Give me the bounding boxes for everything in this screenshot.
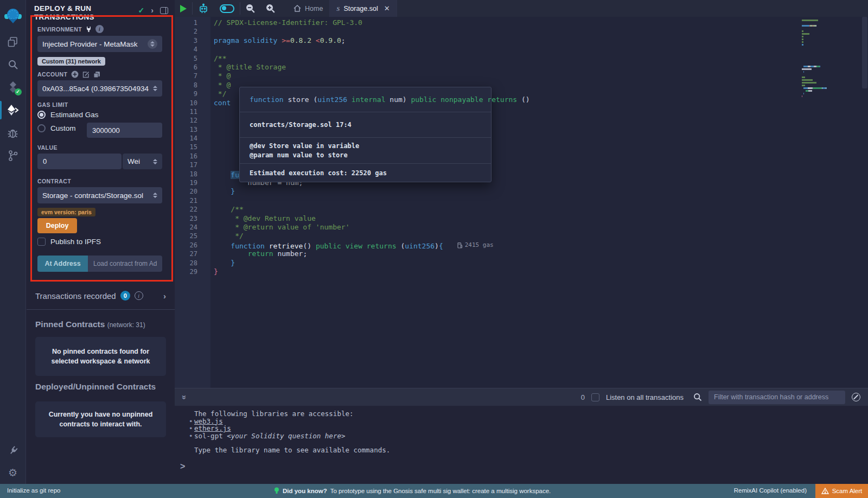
zoom-in-icon (266, 4, 275, 13)
line-number: 12 (175, 116, 209, 125)
git-init-button[interactable]: Initialize as git repo (7, 487, 60, 494)
zoom-in-button[interactable] (260, 0, 280, 17)
terminal-tx-count: 0 (581, 393, 585, 401)
listen-all-label: Listen on all transactions (606, 393, 684, 401)
code-line[interactable]: 27 return number; (175, 250, 868, 258)
remix-logo[interactable] (0, 2, 26, 30)
transactions-recorded-row[interactable]: Transactions recorded 0 i › (35, 291, 166, 301)
tab-storage-sol[interactable]: S Storage.sol ✕ (330, 0, 397, 17)
value-input[interactable] (37, 154, 122, 169)
environment-info-icon[interactable]: i (95, 25, 104, 33)
account-label: ACCOUNT (37, 71, 100, 78)
status-bar: Initialize as git repo Did you know? To … (0, 484, 868, 498)
add-account-icon[interactable] (71, 71, 79, 78)
publish-ipfs-row[interactable]: Publish to IPFS (37, 238, 101, 246)
line-number: 6 (175, 63, 209, 72)
scam-alert-button[interactable]: Scam Alert (815, 484, 868, 498)
code-line[interactable]: 29} (175, 267, 868, 276)
line-number: 11 (175, 107, 209, 116)
code-line[interactable]: 5/** (175, 54, 868, 63)
custom-gas-input[interactable] (87, 123, 162, 138)
code-line[interactable]: 23 * @dev Return value (175, 214, 868, 223)
line-number: 15 (175, 143, 209, 151)
gas-custom-option[interactable]: Custom (37, 124, 76, 132)
editor-scrollbar[interactable] (862, 17, 867, 88)
code-line[interactable]: 7 * @ (175, 72, 868, 80)
at-address-button[interactable]: At Address (37, 256, 88, 272)
plug-icon[interactable] (86, 26, 92, 33)
line-number: 23 (175, 214, 209, 223)
transactions-info-icon[interactable]: i (135, 291, 143, 300)
publish-ipfs-checkbox[interactable] (37, 238, 46, 246)
play-icon (180, 5, 187, 12)
tab-home[interactable]: Home (287, 0, 330, 17)
debugger-icon[interactable] (0, 122, 26, 144)
deploy-and-run-icon[interactable] (0, 99, 26, 122)
terminal-output[interactable]: The following libraries are accessible:•… (175, 406, 868, 454)
solidity-compiler-icon[interactable]: ✓ (0, 76, 26, 99)
code-line[interactable]: 20 } (175, 187, 868, 196)
value-unit-select[interactable]: Wei (123, 154, 162, 169)
close-tab-icon[interactable]: ✕ (384, 4, 390, 12)
gas-estimated-option[interactable]: Estimated Gas (37, 111, 99, 119)
git-icon[interactable] (0, 144, 26, 167)
account-select[interactable]: 0xA03...85ac4 (0.398673504934 (37, 80, 162, 97)
terminal-collapse-icon[interactable]: » (180, 395, 189, 399)
transactions-expand-icon[interactable]: › (163, 291, 166, 301)
editor-minimap[interactable] (802, 20, 860, 98)
ai-copilot-button[interactable] (193, 0, 214, 17)
search-icon[interactable] (0, 53, 26, 76)
terminal-line: The following libraries are accessible: (175, 410, 868, 418)
line-number: 9 (175, 90, 209, 98)
terminal: » 0 Listen on all transactions The follo… (175, 388, 868, 484)
warning-icon (821, 488, 829, 494)
solidity-file-icon: S (336, 5, 340, 12)
toggle-on-icon (220, 4, 234, 13)
run-script-button[interactable] (175, 0, 192, 17)
deploy-run-panel: DEPLOY & RUN TRANSACTIONS ✓ › ENVIRONMEN… (27, 0, 175, 484)
code-line[interactable]: 6 * @title Storage (175, 63, 868, 72)
settings-gear-icon[interactable]: ⚙ (0, 461, 26, 484)
transactions-recorded-label: Transactions recorded (35, 291, 116, 301)
transactions-count-badge: 0 (120, 291, 130, 301)
terminal-prompt[interactable]: > (175, 462, 868, 471)
edit-account-icon[interactable] (82, 71, 90, 78)
plugin-manager-icon[interactable] (0, 438, 26, 461)
code-line[interactable]: 25 */ (175, 232, 868, 240)
line-number: 17 (175, 161, 209, 169)
zoom-out-button[interactable] (240, 0, 260, 17)
copy-account-icon[interactable] (93, 71, 100, 78)
radio-estimated-gas[interactable] (37, 111, 46, 119)
select-stepper-icon (153, 86, 157, 91)
line-number: 27 (175, 250, 209, 258)
code-line[interactable]: 22 /** (175, 205, 868, 214)
line-number: 28 (175, 259, 209, 267)
terminal-filter-input[interactable] (709, 391, 845, 404)
code-line[interactable]: 2 (175, 27, 868, 36)
code-line[interactable]: 28 } (175, 259, 868, 267)
listen-all-checkbox[interactable] (591, 393, 599, 401)
environment-select[interactable]: Injected Provider - MetaMask (37, 36, 162, 52)
line-number: 26 (175, 241, 209, 250)
at-address-input[interactable] (88, 256, 162, 272)
line-number: 5 (175, 54, 209, 63)
code-line[interactable]: 26 function retrieve() public view retur… (175, 241, 868, 250)
deployed-empty-state: Currently you have no unpinned contracts… (35, 401, 166, 437)
terminal-line: •sol-gpt <your Solidity question here> (175, 432, 868, 440)
line-number: 2 (175, 27, 209, 36)
ai-copilot-toggle[interactable] (214, 0, 240, 17)
radio-custom-gas[interactable] (37, 124, 46, 132)
code-line[interactable]: 24 * @return value of 'number' (175, 223, 868, 232)
code-line[interactable]: 21 (175, 196, 868, 205)
contract-select[interactable]: Storage - contracts/Storage.sol (37, 187, 162, 203)
settings-section: ENVIRONMENT i Injected Provider - MetaMa… (27, 0, 175, 282)
code-area[interactable]: 1// SPDX-License-Identifier: GPL-3.023pr… (175, 17, 868, 388)
copilot-status[interactable]: RemixAI Copilot (enabled) (734, 487, 807, 494)
file-explorer-icon[interactable] (0, 30, 26, 53)
deploy-button[interactable]: Deploy (37, 218, 77, 233)
code-line[interactable]: 3pragma solidity >=0.8.2 <0.9.0; (175, 36, 868, 45)
clear-console-icon[interactable] (852, 393, 860, 401)
code-line[interactable]: 1// SPDX-License-Identifier: GPL-3.0 (175, 18, 868, 27)
lightbulb-icon (274, 487, 279, 495)
code-line[interactable]: 4 (175, 45, 868, 54)
